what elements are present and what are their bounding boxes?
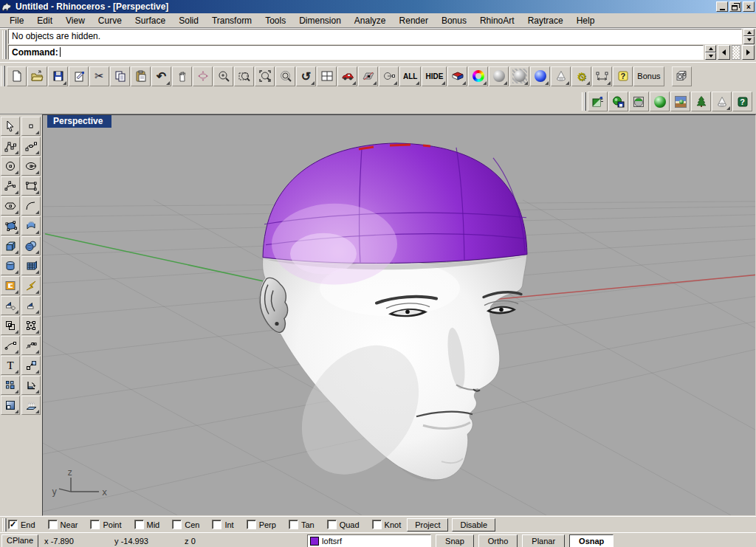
command-scrollbar[interactable] [732,45,740,61]
rotate-button[interactable] [21,376,41,395]
prompt-spinner[interactable] [705,45,716,61]
osnap-quad[interactable]: Quad [327,520,360,529]
perspective-viewport[interactable]: Perspective [42,114,756,516]
print-button[interactable] [69,66,89,86]
viewport-label[interactable]: Perspective [47,115,111,128]
rebuild-curve-button[interactable] [21,336,41,355]
arc-button[interactable] [1,176,20,196]
control-points-button[interactable] [379,66,399,86]
osnap-point[interactable]: Point [90,520,121,529]
int-checkbox[interactable] [212,520,221,529]
zoom-dynamic-button[interactable] [213,66,233,86]
quad-checkbox[interactable] [327,520,337,529]
environment-button[interactable] [670,92,690,111]
save-render-button[interactable] [608,92,628,111]
new-file-button[interactable] [7,66,27,86]
menu-tools[interactable]: Tools [258,14,292,27]
spotlight-button[interactable] [551,66,571,86]
end-checkbox[interactable]: ✓ [8,520,18,529]
control-point-curve-button[interactable] [1,137,20,156]
cut-button[interactable]: ✂ [89,66,109,86]
project-button[interactable]: Project [407,518,448,531]
zoom-selected-button[interactable] [275,66,295,86]
point-button[interactable] [21,117,41,136]
osnap-tan[interactable]: Tan [289,520,315,529]
toolbar1-grip[interactable] [1,66,5,86]
osnap-mid[interactable]: Mid [134,520,160,529]
snap-toggle[interactable]: Snap [436,534,474,547]
pan-button[interactable] [172,66,192,86]
menu-dimension[interactable]: Dimension [292,14,348,27]
options-button[interactable]: ⚙ [571,66,591,86]
curved-surface-button[interactable] [21,216,41,235]
extrude-button[interactable] [21,396,41,415]
select-button[interactable] [1,117,20,136]
polygon-button[interactable] [1,196,20,216]
mid-checkbox[interactable] [134,520,144,529]
ortho-toggle[interactable]: Ortho [478,534,518,547]
scale-button[interactable] [21,356,41,375]
cylinder-button[interactable] [1,256,20,275]
zoom-window-button[interactable] [234,66,254,86]
interpolate-curve-button[interactable] [21,137,41,156]
save-file-button[interactable] [48,66,68,86]
rotate-view-button[interactable] [193,66,213,86]
copy-button[interactable] [110,66,130,86]
render-preview-button[interactable] [489,66,509,86]
cube-button[interactable] [672,66,692,86]
menu-help[interactable]: Help [570,14,602,27]
vegetation-button[interactable] [691,92,711,111]
minimize-button[interactable] [716,1,728,12]
scroll-right-button[interactable] [742,45,755,61]
render-spotlight-button[interactable] [712,92,732,111]
render-region-button[interactable] [509,66,529,86]
render-in-window-button[interactable] [629,92,649,111]
perp-checkbox[interactable] [247,520,256,529]
tan-checkbox[interactable] [289,520,298,529]
bonus-button[interactable]: Bonus [633,66,664,86]
paste-button[interactable] [131,66,151,86]
circle-button[interactable] [1,156,20,176]
extend-curve-button[interactable] [1,336,20,355]
surface-from-curves-button[interactable] [1,396,20,415]
command-area-grip[interactable] [2,30,7,59]
viewport-layout-button[interactable] [317,66,337,86]
osnap-end[interactable]: ✓End [8,520,35,529]
render-help-button[interactable]: ? [732,92,752,111]
osnap-grip[interactable] [2,518,7,531]
explode-button[interactable] [21,276,41,295]
mesh-button[interactable] [21,256,41,275]
osnap-toggle[interactable]: Osnap [569,534,614,547]
fillet-curve-button[interactable] [21,196,41,216]
menu-transform[interactable]: Transform [205,14,258,27]
near-checkbox[interactable] [48,520,58,529]
menu-analyze[interactable]: Analyze [348,14,393,27]
osnap-int[interactable]: Int [212,520,233,529]
menu-edit[interactable]: Edit [30,14,59,27]
car-button[interactable] [337,66,357,86]
sphere-button[interactable] [21,236,41,255]
scroll-left-button[interactable] [718,45,730,61]
text-button[interactable]: T [1,356,20,375]
points-hide-button[interactable]: HIDE [422,66,447,86]
ellipse-button[interactable] [21,156,41,176]
undo-button[interactable]: ↶ [151,66,171,86]
group-button[interactable] [21,316,41,335]
menu-surface[interactable]: Surface [128,14,172,27]
toolbar2-grip[interactable] [582,92,586,111]
planar-toggle[interactable]: Planar [522,534,565,547]
color-wheel-button[interactable] [468,66,488,86]
menu-rhinoart[interactable]: RhinoArt [473,14,521,27]
shade-button[interactable] [447,66,467,86]
cen-checkbox[interactable] [172,520,182,529]
restore-button[interactable] [729,1,741,12]
osnap-cen[interactable]: Cen [172,520,199,529]
history-scroll-spinner[interactable] [743,29,755,44]
menu-view[interactable]: View [59,14,92,27]
head-model[interactable] [259,255,527,497]
render-scene-button[interactable] [650,92,670,111]
cplane-button[interactable]: CPlane [1,534,38,547]
trim-split-button[interactable] [1,296,20,315]
dimension-button[interactable] [592,66,612,86]
osnap-near[interactable]: Near [48,520,78,529]
